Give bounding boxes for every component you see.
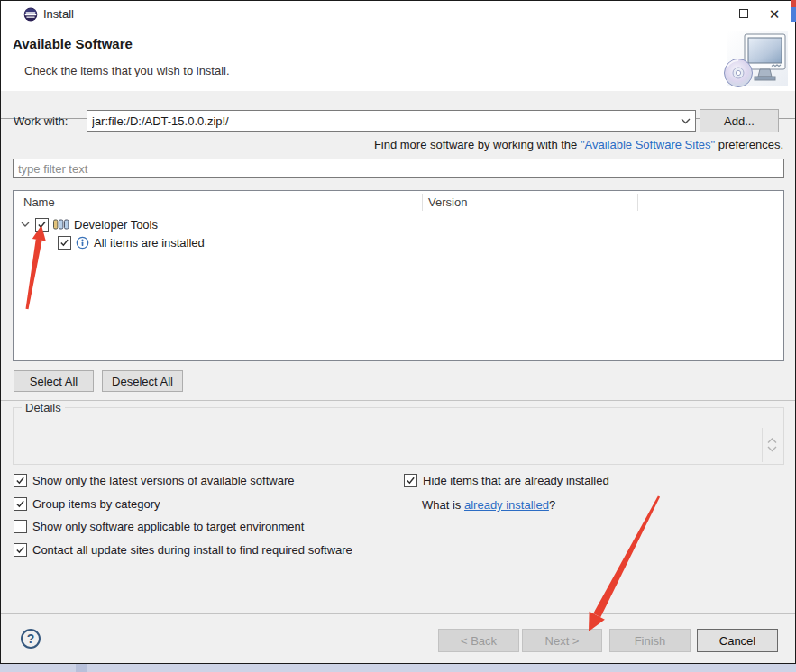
monitor-cd-icon [719, 31, 788, 90]
checkbox-all-items[interactable] [58, 236, 71, 250]
option-contact-update-sites[interactable]: Contact all update sites during install … [14, 542, 352, 557]
checkbox-developer-tools[interactable] [35, 218, 49, 232]
checkbox-group-by-category[interactable] [14, 497, 27, 511]
checkbox-contact-update-sites[interactable] [14, 543, 27, 557]
background-strip [0, 664, 796, 672]
cancel-button[interactable]: Cancel [697, 629, 778, 652]
details-label: Details [22, 401, 65, 414]
info-icon [76, 236, 89, 250]
option-label: Contact all update sites during install … [32, 543, 352, 557]
window-controls: ✕ [698, 1, 790, 26]
select-all-button[interactable]: Select All [14, 370, 94, 392]
tree-header: Name Version [14, 191, 783, 213]
tree-row-all-items-installed[interactable]: All items are installed [58, 234, 205, 250]
section-separator [1, 400, 795, 401]
checkbox-latest-versions[interactable] [14, 474, 27, 487]
maximize-button[interactable] [728, 1, 759, 26]
already-installed-link[interactable]: already installed [464, 498, 549, 512]
install-dialog: Install ✕ Available Software Check the i… [0, 0, 796, 664]
column-name[interactable]: Name [23, 195, 55, 209]
column-divider[interactable] [637, 194, 638, 211]
work-with-label: Work with: [14, 114, 68, 128]
option-hide-installed[interactable]: Hide items that are already installed [404, 473, 609, 487]
work-with-input[interactable] [87, 114, 675, 128]
tree-item-label[interactable]: Developer Tools [74, 218, 158, 232]
category-icon [53, 219, 69, 230]
hint-suffix: preferences. [715, 138, 783, 151]
tree-row-developer-tools[interactable]: Developer Tools [20, 216, 158, 232]
software-tree[interactable]: Name Version Developer Tools [13, 190, 784, 361]
chevron-down-icon[interactable] [767, 446, 777, 452]
background-corner-red [791, 0, 796, 7]
wizard-header: Available Software Check the items that … [1, 28, 795, 91]
titlebar[interactable]: Install ✕ [1, 1, 795, 28]
help-button[interactable]: ? [21, 629, 41, 649]
option-label: Show only the latest versions of availab… [32, 474, 295, 487]
column-version[interactable]: Version [428, 195, 467, 209]
checkbox-target-environment[interactable] [14, 520, 27, 533]
available-software-sites-link[interactable]: "Available Software Sites" [581, 138, 715, 151]
what-is-installed-line: What is already installed? [422, 498, 555, 512]
find-more-hint: Find more software by working with the "… [374, 138, 783, 151]
chevron-down-icon[interactable] [20, 219, 31, 230]
window-title: Install [43, 7, 74, 21]
question-mark-icon: ? [27, 631, 35, 646]
hint-prefix: Find more software by working with the [374, 138, 581, 151]
eclipse-logo-icon [23, 7, 38, 22]
close-button[interactable]: ✕ [759, 1, 790, 26]
next-button[interactable]: Next > [522, 629, 602, 652]
minimize-icon [709, 14, 718, 14]
option-label: Show only software applicable to target … [32, 520, 304, 533]
column-divider[interactable] [422, 194, 423, 211]
minimize-button[interactable] [698, 1, 728, 26]
chevron-up-icon[interactable] [767, 438, 777, 444]
option-group-by-category[interactable]: Group items by category [14, 496, 160, 511]
details-scrollbar[interactable] [762, 428, 777, 462]
add-button[interactable]: Add... [700, 109, 779, 132]
filter-input[interactable] [14, 159, 783, 177]
what-is-prefix: What is [422, 498, 464, 512]
details-group: Details [13, 407, 784, 465]
option-target-environment[interactable]: Show only software applicable to target … [14, 519, 304, 533]
tree-item-label[interactable]: All items are installed [94, 236, 205, 250]
option-label: Hide items that are already installed [423, 474, 609, 487]
scrollbar-divider [762, 428, 763, 462]
option-latest-versions[interactable]: Show only the latest versions of availab… [14, 473, 295, 487]
finish-button[interactable]: Finish [609, 629, 691, 652]
close-icon: ✕ [769, 7, 781, 21]
deselect-all-button[interactable]: Deselect All [102, 370, 183, 392]
checkbox-hide-installed[interactable] [404, 474, 417, 487]
footer-separator [1, 613, 795, 614]
what-is-suffix: ? [549, 498, 555, 512]
background-scroll-thumb [76, 664, 87, 672]
screenshot-root: Install ✕ Available Software Check the i… [0, 0, 796, 672]
option-label: Group items by category [32, 497, 160, 511]
maximize-icon [739, 9, 748, 18]
work-with-combo[interactable] [87, 110, 696, 132]
back-button[interactable]: < Back [438, 629, 519, 652]
background-corner-blue [791, 7, 796, 22]
page-description: Check the items that you wish to install… [24, 64, 230, 77]
filter-box [13, 159, 784, 178]
page-title: Available Software [13, 36, 133, 51]
chevron-down-icon[interactable] [675, 118, 695, 124]
